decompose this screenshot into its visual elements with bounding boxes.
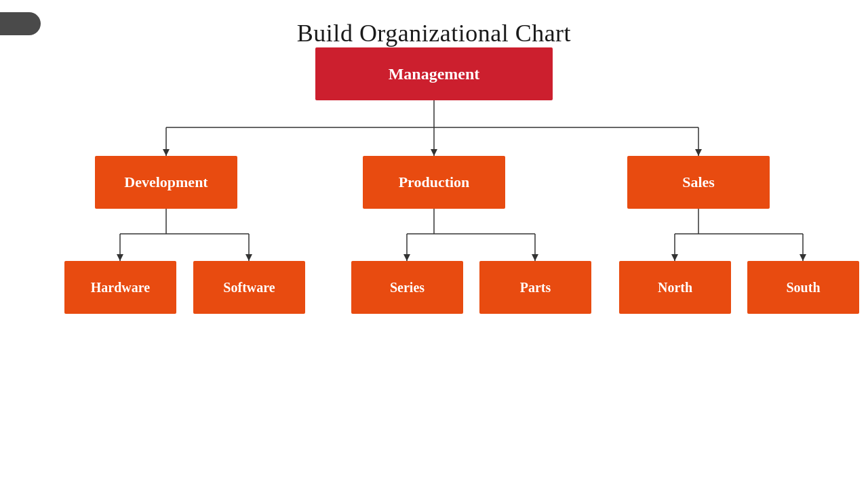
box-production: Production bbox=[363, 156, 505, 209]
svg-marker-24 bbox=[671, 254, 678, 261]
svg-marker-7 bbox=[695, 149, 702, 156]
box-hardware: Hardware bbox=[64, 261, 176, 314]
org-chart: Management Development Production Sales … bbox=[34, 47, 834, 386]
box-development: Development bbox=[95, 156, 237, 209]
decorative-pill bbox=[0, 12, 41, 35]
page-title: Build Organizational Chart bbox=[0, 0, 868, 47]
svg-marker-13 bbox=[245, 254, 252, 261]
box-management: Management bbox=[315, 47, 553, 100]
svg-marker-5 bbox=[163, 149, 170, 156]
svg-marker-25 bbox=[800, 254, 806, 261]
svg-marker-6 bbox=[431, 149, 437, 156]
box-north: North bbox=[619, 261, 731, 314]
box-south: South bbox=[747, 261, 859, 314]
box-series: Series bbox=[351, 261, 463, 314]
box-software: Software bbox=[193, 261, 305, 314]
svg-marker-19 bbox=[532, 254, 538, 261]
svg-marker-18 bbox=[403, 254, 410, 261]
box-sales: Sales bbox=[627, 156, 770, 209]
svg-marker-12 bbox=[117, 254, 123, 261]
box-parts: Parts bbox=[479, 261, 591, 314]
